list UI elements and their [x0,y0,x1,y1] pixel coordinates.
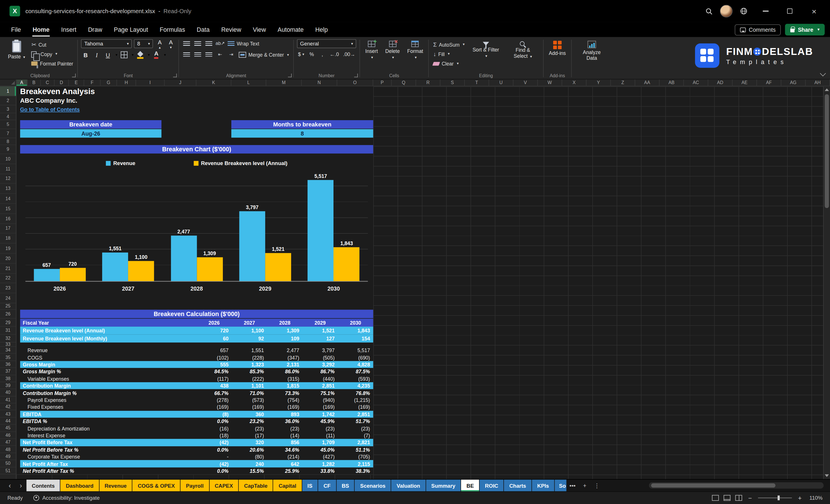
cell-value[interactable]: 127 [302,336,338,341]
italic-button[interactable]: I [92,50,101,59]
row-header-22[interactable]: 22 [0,274,16,283]
row-header-15[interactable]: 15 [0,204,16,214]
close-button[interactable]: × [803,0,825,22]
table-row-cogs[interactable]: COGS(102)(228)(347)(505)(690) [20,354,373,361]
table-row-contribution-margin[interactable]: Contribution Margin4381,1011,8152,8514,2… [20,382,373,389]
row-header-31[interactable]: 31 [0,327,16,335]
align-middle-button[interactable] [193,39,202,48]
row-header-2[interactable]: 2 [0,96,16,105]
accessibility-status[interactable]: Accessibility: Investigate [33,495,99,501]
cell-value[interactable]: (169) [338,404,373,410]
cell-value[interactable]: 555 [196,361,232,367]
cell-value[interactable]: (23) [267,426,302,431]
wrap-text-button[interactable]: Wrap Text [227,39,260,48]
cell-value[interactable]: 240 [232,461,267,467]
cell-value[interactable]: 109 [267,336,302,341]
scroll-down-arrow[interactable] [824,472,830,479]
bar[interactable] [239,211,265,281]
table-row-net-profit-after-tax[interactable]: Net Profit After Tax %0.0%15.5%25.9%33.8… [20,467,373,475]
align-top-button[interactable] [182,39,191,48]
column-header-u[interactable]: U [489,80,513,86]
zoom-in-button[interactable]: + [797,494,803,502]
row-header-18[interactable]: 18 [0,234,16,244]
cell-value[interactable]: 1,309 [267,328,302,334]
breakeven-date-value[interactable]: Aug-26 [20,129,161,138]
delete-cells-button[interactable]: Delete▾ [383,39,402,62]
cell-value[interactable]: (754) [267,397,302,403]
tabs-scroll-right[interactable]: › [15,480,27,492]
cell-value[interactable]: 36.0% [267,418,302,424]
menu-tab-page-layout[interactable]: Page Layout [108,22,154,37]
cell-value[interactable]: 45.9% [302,418,338,424]
cell-value[interactable]: 154 [338,336,373,341]
clipboard-dialog-launcher[interactable] [72,73,76,77]
globe-icon[interactable] [736,3,752,19]
insert-cells-button[interactable]: Insert▾ [363,39,380,62]
align-left-button[interactable] [182,50,191,59]
cell-value[interactable]: (573) [232,397,267,403]
menu-tab-home[interactable]: Home [27,22,56,37]
autosum-button[interactable]: ΣAutoSum▾ [432,40,466,49]
font-size-combo[interactable]: 8▾ [134,39,153,48]
zoom-level[interactable]: 110% [808,495,823,501]
column-header-ab[interactable]: AB [660,80,684,86]
table-row-gross-margin[interactable]: Gross Margin %84.5%85.3%86.0%86.7%87.5% [20,368,373,375]
cell-value[interactable]: 76.8% [338,390,373,396]
bar[interactable] [171,236,197,281]
cell-value[interactable]: (940) [302,397,338,403]
row-header-5[interactable]: 5 [0,120,16,129]
column-header-q[interactable]: Q [392,80,416,86]
row-header-14[interactable]: 14 [0,194,16,204]
number-dialog-launcher[interactable] [354,73,358,77]
comments-button[interactable]: Comments [734,24,781,35]
column-header-b[interactable]: B [28,80,41,86]
table-row-variable-expenses[interactable]: Variable Expenses(117)(222)(315)(440)(59… [20,375,373,382]
table-row-net-profit-after-tax[interactable]: Net Profit After Tax(42)2406421,2822,115 [20,460,373,467]
cell-value[interactable]: (347) [267,354,302,360]
row-header-12[interactable]: 12 [0,174,16,184]
column-header-w[interactable]: W [538,80,562,86]
row-header-39[interactable]: 39 [0,382,16,389]
sheet-tab-so[interactable]: So [555,480,567,492]
column-header-s[interactable]: S [441,80,465,86]
bar-revenue-breakeven-level-annual[interactable]: 1,309 [197,250,223,281]
cell-value[interactable]: 2,851 [338,411,373,417]
merge-center-button[interactable]: Merge & Center▾ [238,51,290,59]
sheet-tab-revenue[interactable]: Revenue [99,480,132,492]
cell-value[interactable]: 0.0% [196,418,232,424]
sheet-tab-captable[interactable]: CapTable [239,480,273,492]
find-select-button[interactable]: Find & Select ▾ [506,39,540,61]
cell-value[interactable]: 2,821 [338,440,373,445]
bar[interactable] [34,269,60,281]
cell-value[interactable]: 4,235 [338,383,373,388]
column-header-ad[interactable]: AD [708,80,732,86]
cell-value[interactable]: 3,292 [302,361,338,367]
row-header-35[interactable]: 35 [0,354,16,361]
row-header-11[interactable]: 11 [0,164,16,174]
cell-value[interactable]: 642 [267,461,302,467]
alignment-dialog-launcher[interactable] [288,73,292,77]
cell-value[interactable]: 1,815 [267,383,302,388]
bar-revenue[interactable]: 1,551 [102,246,128,281]
decrease-indent-button[interactable]: ⇤ [216,50,225,59]
row-header-49[interactable]: 49 [0,453,16,460]
cell-value[interactable]: (169) [232,404,267,410]
sheet-tab-capital[interactable]: Capital [274,480,302,492]
format-cells-button[interactable]: Format▾ [405,39,425,62]
font-dialog-launcher[interactable] [173,73,177,77]
menu-tab-file[interactable]: File [5,22,27,37]
zoom-slider[interactable] [758,495,792,501]
fill-button[interactable]: ↓Fill▾ [432,50,466,58]
sheet-tab-cogs-opex[interactable]: COGS & OPEX [132,480,180,492]
cell-value[interactable]: 5,517 [338,347,373,353]
bar-revenue-breakeven-level-annual[interactable]: 1,521 [265,246,291,281]
copy-button[interactable]: Copy▾ [30,50,74,58]
borders-button[interactable] [120,50,128,59]
cell-value[interactable]: 0.0% [196,468,232,474]
row-header-45[interactable]: 45 [0,425,16,432]
column-header-e[interactable]: E [69,80,84,86]
horizontal-scrollbar[interactable] [649,482,824,489]
cell-value[interactable]: (16) [196,426,232,431]
cell-value[interactable]: (42) [196,440,232,445]
sheet-tab-charts[interactable]: Charts [504,480,532,492]
